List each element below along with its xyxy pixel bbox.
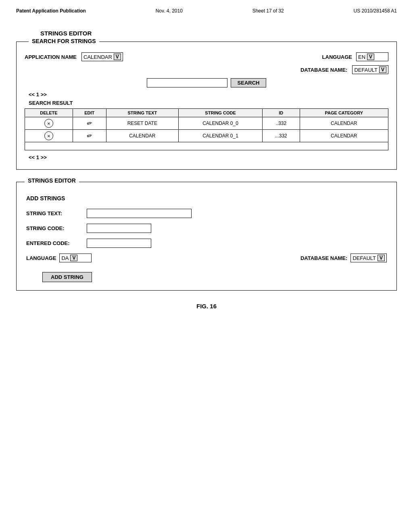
- add-string-btn-row: ADD STRING: [42, 268, 387, 282]
- delete-button-1[interactable]: ×: [44, 119, 53, 128]
- delete-button-2[interactable]: ×: [44, 131, 53, 140]
- search-panel: SEARCH FOR STRINGS APPLICATION NAME CALE…: [16, 42, 397, 170]
- page-cat-cell-1: CALENDAR: [300, 117, 388, 130]
- language-select-bottom[interactable]: DA V: [59, 254, 92, 262]
- col-string-text: STRING TEXT: [106, 109, 179, 117]
- add-strings-title: ADD STRINGS: [26, 195, 387, 202]
- db-group-bottom: DATABASE NAME: DEFAULT V: [300, 254, 387, 262]
- db-name-row: DATABASE NAME: DEFAULT V: [25, 65, 388, 74]
- strings-editor-label: STRINGS EDITOR: [25, 177, 79, 184]
- string-text-cell-2: CALENDAR: [106, 130, 179, 142]
- string-code-input[interactable]: [87, 224, 151, 233]
- table-header-row: DELETE EDIT STRING TEXT STRING CODE ID P…: [25, 109, 388, 117]
- table-row-empty: [25, 142, 388, 150]
- lang-db-row: LANGUAGE DA V DATABASE NAME: DEFAULT V: [26, 254, 387, 262]
- pub-date: Nov. 4, 2010: [156, 8, 183, 14]
- language-select[interactable]: EN V: [356, 52, 388, 61]
- string-text-input[interactable]: [87, 209, 192, 218]
- string-code-row: STRING CODE:: [26, 224, 387, 233]
- string-text-row: STRING TEXT:: [26, 209, 387, 218]
- language-arrow-bottom[interactable]: V: [70, 255, 77, 261]
- search-input[interactable]: [147, 78, 227, 87]
- db-name-arrow[interactable]: V: [379, 66, 386, 73]
- string-text-cell-1: RESET DATE: [106, 117, 179, 130]
- lang-group: LANGUAGE DA V: [26, 254, 92, 262]
- bottom-pagination[interactable]: << 1 >>: [29, 154, 388, 160]
- id-cell-2: ...332: [263, 130, 300, 142]
- string-code-label: STRING CODE:: [26, 225, 87, 231]
- db-name-label-bottom: DATABASE NAME:: [300, 255, 348, 261]
- page-cat-cell-2: CALENDAR: [300, 130, 388, 142]
- search-button[interactable]: SEARCH: [231, 78, 267, 87]
- col-delete: DELETE: [25, 109, 73, 117]
- col-string-code: STRING CODE: [179, 109, 263, 117]
- string-code-cell-1: CALENDAR 0_0: [179, 117, 263, 130]
- string-text-label: STRING TEXT:: [26, 210, 87, 216]
- string-code-cell-2: CALENDAR 0_1: [179, 130, 263, 142]
- db-name-arrow-bottom[interactable]: V: [378, 255, 385, 261]
- app-name-value: CALENDAR: [83, 54, 112, 60]
- db-name-value-bottom: DEFAULT: [353, 255, 376, 261]
- results-table: DELETE EDIT STRING TEXT STRING CODE ID P…: [25, 108, 388, 150]
- top-pagination[interactable]: << 1 >>: [29, 91, 388, 98]
- pub-number: US 2010/281458 A1: [354, 8, 397, 14]
- add-string-button[interactable]: ADD STRING: [42, 272, 92, 282]
- edit-cell-2: ✏: [73, 130, 106, 142]
- edit-button-2[interactable]: ✏: [86, 131, 93, 140]
- entered-code-input[interactable]: [87, 239, 151, 248]
- id-cell-1: ..332: [263, 117, 300, 130]
- col-page-category: PAGE CATEGORY: [300, 109, 388, 117]
- app-name-arrow[interactable]: V: [114, 54, 121, 60]
- db-name-select[interactable]: DEFAULT V: [352, 65, 388, 74]
- entered-code-label: ENTERED CODE:: [26, 240, 87, 246]
- db-name-label: DATABASE NAME:: [300, 67, 348, 73]
- delete-cell: ×: [25, 117, 73, 130]
- language-value: EN: [358, 54, 365, 60]
- app-name-select[interactable]: CALENDAR V: [81, 52, 123, 61]
- db-name-select-bottom[interactable]: DEFAULT V: [350, 254, 387, 262]
- col-id: ID: [263, 109, 300, 117]
- table-row: × ✏ RESET DATE CALENDAR 0_0 ..332 CALEND…: [25, 117, 388, 130]
- search-result-label: SEARCH RESULT: [29, 100, 388, 106]
- language-label-bottom: LANGUAGE: [26, 255, 56, 261]
- patent-header: Patent Application Publication Nov. 4, 2…: [16, 8, 397, 14]
- pub-label: Patent Application Publication: [16, 8, 86, 14]
- pub-sheet: Sheet 17 of 32: [252, 8, 284, 14]
- language-label: LANGUAGE: [322, 54, 352, 60]
- search-row: SEARCH: [25, 78, 388, 87]
- language-arrow[interactable]: V: [367, 54, 374, 60]
- table-row: × ✏ CALENDAR CALENDAR 0_1 ...332 CALENDA…: [25, 130, 388, 142]
- top-panel-title: STRINGS EDITOR: [40, 30, 397, 37]
- fig-label: FIG. 16: [16, 303, 397, 310]
- search-section-label: SEARCH FOR STRINGS: [29, 38, 99, 44]
- language-value-bottom: DA: [61, 255, 69, 261]
- edit-button-1[interactable]: ✏: [86, 119, 93, 128]
- entered-code-row: ENTERED CODE:: [26, 239, 387, 248]
- app-name-row: APPLICATION NAME CALENDAR V LANGUAGE EN …: [25, 52, 388, 61]
- db-name-value: DEFAULT: [354, 67, 378, 73]
- edit-cell: ✏: [73, 117, 106, 130]
- app-name-label: APPLICATION NAME: [25, 54, 77, 60]
- add-strings-panel: STRINGS EDITOR ADD STRINGS STRING TEXT: …: [16, 182, 397, 291]
- delete-cell-2: ×: [25, 130, 73, 142]
- col-edit: EDIT: [73, 109, 106, 117]
